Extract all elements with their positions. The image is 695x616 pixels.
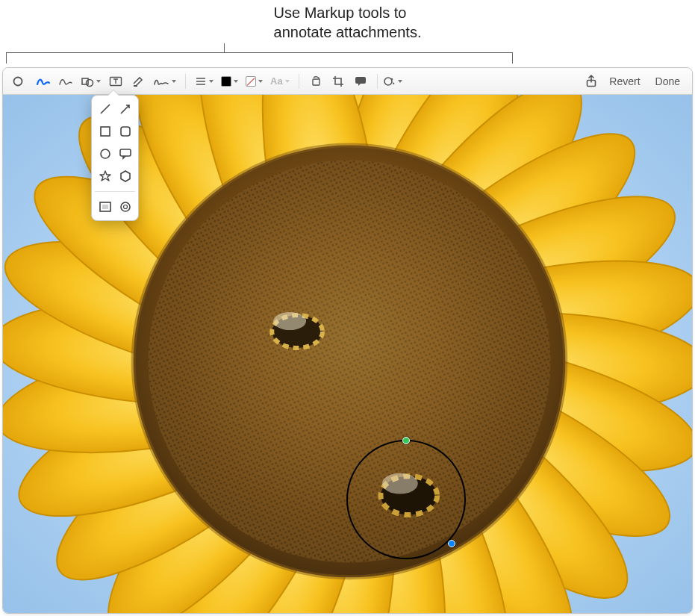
sketch-tool[interactable] — [33, 72, 54, 91]
sketch-icon — [36, 75, 51, 87]
svg-rect-10 — [121, 127, 130, 136]
svg-point-11 — [101, 149, 110, 158]
help-callout-text: Use Markup tools to annotate attachments… — [274, 3, 422, 42]
svg-rect-12 — [120, 149, 131, 156]
svg-point-6 — [384, 78, 392, 85]
comment-tool[interactable] — [350, 72, 371, 91]
svg-rect-5 — [355, 77, 366, 84]
text-style-icon: Aa — [270, 75, 283, 87]
alignment-icon — [195, 76, 207, 87]
stroke-color-tool[interactable] — [218, 72, 241, 91]
chevron-down-icon — [285, 80, 290, 83]
fill-color-tool[interactable] — [243, 72, 266, 91]
speech-bubble-icon — [118, 146, 133, 161]
shape-mask[interactable] — [95, 198, 115, 216]
oval-icon — [98, 146, 113, 161]
shape-oval[interactable] — [95, 145, 115, 163]
draw-icon — [58, 75, 73, 87]
close-button[interactable] — [7, 72, 28, 91]
stroke-color-swatch — [221, 76, 231, 87]
svg-point-0 — [14, 77, 22, 85]
chevron-down-icon — [96, 80, 101, 83]
drawing-tools-group — [28, 72, 184, 91]
resize-handle-bottom-right[interactable] — [448, 540, 455, 547]
shapes-tool[interactable] — [78, 72, 104, 91]
shape-square[interactable] — [95, 122, 115, 140]
toolbar-separator — [299, 74, 299, 89]
help-callout: Use Markup tools to annotate attachments… — [0, 0, 695, 67]
sign-tool[interactable] — [150, 72, 179, 91]
edit-tools-group — [301, 72, 375, 91]
rounded-rectangle-icon — [118, 124, 133, 139]
svg-rect-9 — [101, 127, 110, 136]
svg-rect-4 — [313, 79, 320, 85]
effects-tool[interactable] — [379, 72, 405, 91]
svg-rect-14 — [102, 205, 108, 209]
toolbar-separator — [377, 74, 378, 89]
rotate-tool[interactable] — [305, 72, 326, 91]
fill-color-swatch — [246, 76, 256, 87]
svg-point-54 — [273, 312, 306, 330]
star-icon — [98, 169, 113, 184]
style-tools-group: Aa — [187, 72, 297, 91]
draw-tool[interactable] — [55, 72, 76, 91]
arrow-icon — [118, 102, 133, 116]
chevron-down-icon — [234, 80, 238, 83]
effects-icon — [382, 75, 396, 87]
signature-icon — [153, 75, 169, 87]
crop-tool[interactable] — [328, 72, 349, 91]
highlighter-icon — [131, 75, 145, 87]
text-tool[interactable] — [105, 72, 126, 91]
resize-handle-top[interactable] — [402, 437, 410, 444]
svg-point-7 — [390, 78, 392, 79]
shape-speech-bubble[interactable] — [115, 145, 135, 163]
shape-rounded-rect[interactable] — [115, 122, 135, 140]
share-button[interactable] — [581, 72, 602, 91]
loupe-annotation[interactable] — [346, 440, 466, 559]
callout-guide-bracket — [6, 52, 513, 63]
line-icon — [98, 102, 113, 116]
toolbar-separator — [185, 74, 186, 89]
done-button[interactable]: Done — [648, 72, 688, 91]
callout-line-2: annotate attachments. — [274, 24, 422, 40]
svg-point-15 — [121, 202, 130, 211]
shapes-popover — [91, 95, 139, 221]
loupe-icon — [118, 199, 133, 214]
speech-bubble-icon — [354, 75, 367, 87]
callout-stem — [224, 43, 225, 52]
chevron-down-icon — [209, 80, 214, 83]
text-style-tool[interactable]: Aa — [267, 72, 293, 91]
hexagon-icon — [118, 169, 133, 184]
crop-icon — [332, 75, 344, 87]
chevron-down-icon — [172, 80, 176, 83]
square-icon — [98, 124, 113, 139]
share-icon — [585, 75, 597, 88]
chevron-down-icon — [258, 80, 263, 83]
line-weight-tool[interactable] — [192, 72, 216, 91]
shape-arrow[interactable] — [115, 100, 135, 118]
shape-hexagon[interactable] — [115, 167, 135, 185]
revert-button[interactable]: Revert — [602, 72, 647, 91]
mask-rectangle-icon — [98, 199, 113, 214]
callout-line-1: Use Markup tools to — [274, 4, 407, 21]
svg-point-2 — [87, 79, 93, 86]
popover-separator — [95, 191, 135, 192]
close-icon — [12, 75, 24, 87]
shapes-icon — [81, 75, 94, 87]
shape-star[interactable] — [95, 167, 115, 185]
highlight-tool[interactable] — [128, 72, 149, 91]
shape-loupe[interactable] — [115, 198, 135, 216]
text-box-icon — [109, 75, 122, 87]
markup-toolbar: Aa — [3, 68, 692, 95]
shape-line[interactable] — [95, 100, 115, 118]
rotate-icon — [310, 75, 322, 87]
chevron-down-icon — [398, 80, 402, 83]
svg-point-16 — [123, 205, 127, 209]
markup-editor-window: Aa — [2, 67, 693, 614]
